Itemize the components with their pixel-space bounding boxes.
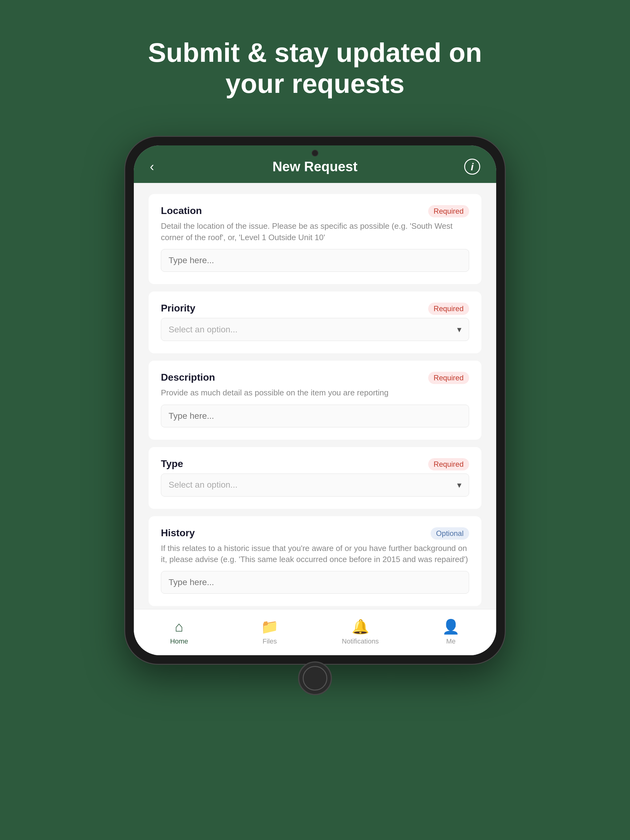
type-header: Type Required [161, 458, 469, 471]
notifications-icon: 🔔 [351, 618, 369, 635]
description-text: Provide as much detail as possible on th… [161, 387, 469, 398]
app-screen: ‹ New Request i Location Required Detail… [134, 145, 496, 655]
page-title: New Request [272, 159, 358, 174]
home-icon: ⌂ [175, 618, 184, 635]
hero-text: Submit & stay updated on your requests [148, 37, 482, 99]
history-optional-badge: Optional [431, 527, 469, 540]
location-required-badge: Required [428, 205, 469, 217]
nav-item-notifications[interactable]: 🔔 Notifications [339, 618, 382, 645]
location-section: Location Required Detail the location of… [149, 194, 481, 284]
history-section: History Optional If this relates to a hi… [149, 516, 481, 606]
type-section: Type Required Select an option... ▾ [149, 447, 481, 509]
nav-item-me[interactable]: 👤 Me [429, 618, 473, 645]
location-header: Location Required [161, 205, 469, 217]
me-icon: 👤 [442, 618, 459, 635]
notifications-nav-label: Notifications [342, 637, 379, 645]
type-select[interactable]: Select an option... ▾ [161, 474, 469, 497]
bottom-navigation: ⌂ Home 📁 Files 🔔 Notifications 👤 Me [134, 609, 496, 655]
description-label: Description [161, 372, 215, 383]
type-placeholder: Select an option... [169, 480, 237, 490]
back-button[interactable]: ‹ [150, 159, 154, 174]
nav-item-home[interactable]: ⌂ Home [157, 618, 201, 645]
priority-select[interactable]: Select an option... ▾ [161, 318, 469, 341]
priority-label: Priority [161, 303, 195, 314]
priority-header: Priority Required [161, 303, 469, 315]
location-description: Detail the location of the issue. Please… [161, 221, 469, 243]
type-required-badge: Required [428, 458, 469, 471]
description-section: Description Required Provide as much det… [149, 361, 481, 439]
history-header: History Optional [161, 527, 469, 540]
home-button-inner [303, 666, 327, 691]
files-nav-label: Files [263, 637, 277, 645]
form-content: Location Required Detail the location of… [134, 183, 496, 609]
history-label: History [161, 527, 195, 539]
me-nav-label: Me [446, 637, 456, 645]
description-input[interactable] [161, 405, 469, 427]
home-button[interactable] [298, 662, 332, 695]
hero-line2: your requests [225, 68, 405, 99]
type-label: Type [161, 458, 183, 469]
type-chevron-down-icon: ▾ [457, 480, 461, 490]
home-button-area [134, 655, 496, 699]
home-nav-label: Home [170, 637, 188, 645]
tablet-device: ‹ New Request i Location Required Detail… [124, 136, 506, 665]
history-input[interactable] [161, 571, 469, 594]
hero-line1: Submit & stay updated on [148, 37, 482, 68]
files-icon: 📁 [261, 618, 279, 635]
location-label: Location [161, 205, 202, 216]
priority-required-badge: Required [428, 303, 469, 315]
description-required-badge: Required [428, 372, 469, 384]
nav-item-files[interactable]: 📁 Files [248, 618, 291, 645]
history-description: If this relates to a historic issue that… [161, 543, 469, 565]
camera [312, 150, 318, 156]
chevron-down-icon: ▾ [457, 324, 461, 335]
priority-section: Priority Required Select an option... ▾ [149, 292, 481, 353]
priority-placeholder: Select an option... [169, 325, 237, 335]
location-input[interactable] [161, 249, 469, 272]
info-button[interactable]: i [464, 159, 480, 175]
description-header: Description Required [161, 372, 469, 384]
